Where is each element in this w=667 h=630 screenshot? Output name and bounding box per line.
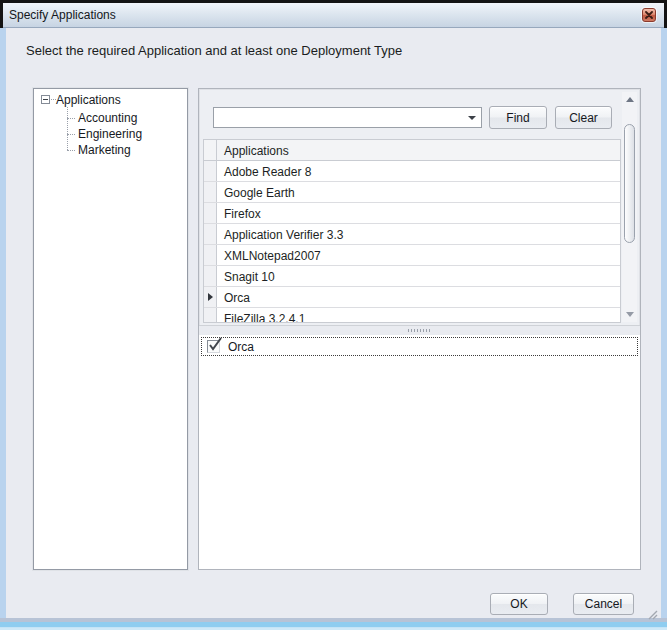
tree-connector xyxy=(67,134,75,135)
clear-button[interactable]: Clear xyxy=(555,106,612,129)
checkmark-icon xyxy=(207,336,224,353)
row-indicator-cell xyxy=(204,287,217,307)
tree-item-accounting[interactable]: Accounting xyxy=(78,111,137,125)
tree-item-applications[interactable]: Applications xyxy=(56,93,121,107)
application-name: FileZilla 3.2.4.1 xyxy=(217,308,620,323)
window-border-bottom xyxy=(0,618,667,630)
application-row[interactable]: Firefox xyxy=(204,203,620,224)
application-row[interactable]: XMLNotepad2007 xyxy=(204,245,620,266)
application-name: Google Earth xyxy=(217,182,620,202)
scroll-down-button[interactable] xyxy=(622,307,637,322)
row-indicator-cell xyxy=(204,308,217,323)
application-row-current[interactable]: Orca xyxy=(204,287,620,308)
application-row[interactable]: Adobe Reader 8 xyxy=(204,161,620,182)
row-indicator-cell xyxy=(204,182,217,202)
combo-dropdown-button[interactable] xyxy=(463,108,481,127)
application-name: Firefox xyxy=(217,203,620,223)
tree-panel: Applications Accounting Engineering Mark… xyxy=(33,88,188,570)
orca-checkbox[interactable] xyxy=(207,340,220,353)
application-name: Snagit 10 xyxy=(217,266,620,286)
tree-collapse-toggle-icon[interactable] xyxy=(41,95,50,104)
grid-header-indicator-cell xyxy=(204,140,217,160)
splitter-grip-icon xyxy=(408,329,432,332)
application-row[interactable]: Snagit 10 xyxy=(204,266,620,287)
row-indicator-cell xyxy=(204,224,217,244)
grid-header-row: Applications xyxy=(204,140,620,161)
row-indicator-cell xyxy=(204,245,217,265)
chevron-down-icon xyxy=(468,116,476,120)
ok-button[interactable]: OK xyxy=(490,593,548,615)
vertical-scrollbar[interactable] xyxy=(622,92,637,322)
close-button[interactable] xyxy=(642,8,656,22)
resize-grip-icon[interactable] xyxy=(647,606,658,617)
dialog-specify-applications: Specify Applications Select the required… xyxy=(0,0,667,630)
title-bar: Specify Applications xyxy=(3,3,664,28)
tree-item-engineering[interactable]: Engineering xyxy=(78,127,142,141)
row-indicator-cell xyxy=(204,203,217,223)
arrow-up-icon xyxy=(626,97,634,102)
application-name: Adobe Reader 8 xyxy=(217,161,620,181)
dialog-body: Select the required Application and at l… xyxy=(6,28,661,618)
application-row[interactable]: Google Earth xyxy=(204,182,620,203)
application-name: Application Verifier 3.3 xyxy=(217,224,620,244)
find-button[interactable]: Find xyxy=(489,106,547,129)
arrow-down-icon xyxy=(626,312,634,317)
window-border-right xyxy=(661,28,667,630)
window-title: Specify Applications xyxy=(9,8,116,22)
close-icon xyxy=(645,11,653,19)
deployment-type-item[interactable]: Orca xyxy=(201,337,638,356)
application-name: Orca xyxy=(217,287,620,307)
row-indicator-cell xyxy=(204,161,217,181)
applications-panel: Find Clear Applications Adobe Reader 8 G… xyxy=(198,88,641,570)
tree-connector xyxy=(67,150,75,151)
application-row[interactable]: Application Verifier 3.3 xyxy=(204,224,620,245)
instruction-text: Select the required Application and at l… xyxy=(26,43,402,58)
deployment-type-label: Orca xyxy=(228,340,254,354)
current-row-arrow-icon xyxy=(208,293,213,301)
applications-grid: Applications Adobe Reader 8 Google Earth… xyxy=(203,139,621,323)
application-row[interactable]: FileZilla 3.2.4.1 xyxy=(204,308,620,323)
application-name: XMLNotepad2007 xyxy=(217,245,620,265)
panel-splitter[interactable] xyxy=(199,325,640,335)
deployment-types-list: Orca xyxy=(199,335,640,569)
tree-item-marketing[interactable]: Marketing xyxy=(78,143,131,157)
tree-connector xyxy=(67,118,75,119)
search-combobox xyxy=(213,107,482,128)
tree-connector xyxy=(67,107,68,150)
scrollbar-thumb[interactable] xyxy=(624,124,635,243)
grid-column-header[interactable]: Applications xyxy=(217,140,620,160)
row-indicator-cell xyxy=(204,266,217,286)
cancel-button[interactable]: Cancel xyxy=(573,593,634,615)
scroll-up-button[interactable] xyxy=(622,92,637,107)
search-input[interactable] xyxy=(214,108,463,127)
